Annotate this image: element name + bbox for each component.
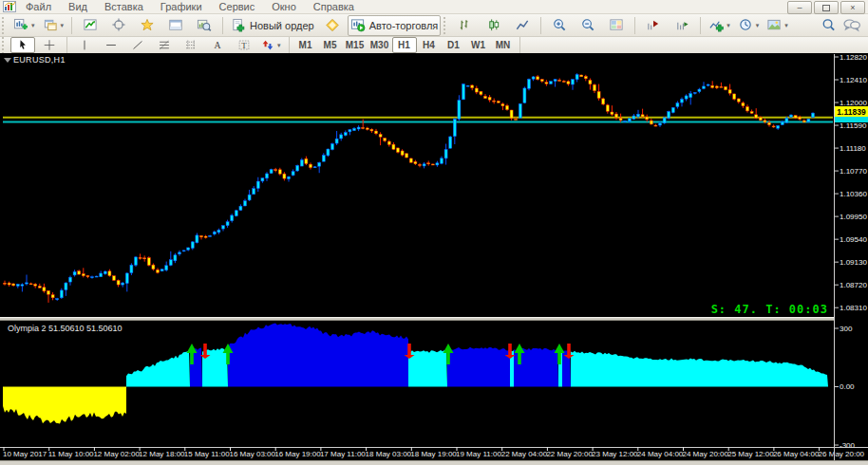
dropdown-arrow-icon[interactable]: ▾ [277, 42, 281, 49]
channel-tool-button[interactable] [179, 37, 203, 53]
time-axis-label: 19 May 11:00 [456, 450, 501, 458]
indicator-pane[interactable] [0, 321, 834, 447]
current-price-badge: 1.11839 [835, 106, 868, 117]
toolbar-grip [443, 17, 449, 34]
profiles-icon [43, 18, 58, 32]
timeframe-mn[interactable]: MN [491, 37, 516, 53]
autotrading-label[interactable]: Авто-торговля [369, 20, 439, 31]
price-axis-label: 1.09540 [840, 235, 867, 244]
menu-item-1[interactable]: Вид [60, 1, 96, 13]
timeframe-w1[interactable]: W1 [466, 37, 491, 53]
fibonacci-tool-button[interactable] [152, 37, 177, 53]
trendline-tool-button[interactable] [125, 37, 150, 53]
new-chart-icon [13, 18, 28, 32]
chart-window: 10 May 201711 May 10:0012 May 02:0012 Ma… [0, 53, 868, 465]
dropdown-arrow-icon[interactable]: ▾ [784, 22, 788, 29]
timeframe-m1[interactable]: M1 [293, 37, 318, 53]
channel-grid-icon [184, 39, 198, 51]
timeframe-m15[interactable]: M15 [343, 37, 368, 53]
chat-icon[interactable] [843, 18, 860, 32]
app-logo-icon [2, 1, 17, 12]
dropdown-arrow-icon[interactable]: ▾ [61, 22, 65, 29]
dropdown-arrow-icon[interactable]: ▾ [726, 22, 730, 29]
price-axis-label: 1.11180 [840, 144, 866, 153]
menu-item-4[interactable]: Сервис [211, 1, 264, 13]
data-window-icon [111, 18, 126, 32]
new-chart-button[interactable]: ▾ [10, 15, 38, 36]
line-chart-button[interactable] [509, 15, 536, 36]
new-order-label[interactable]: Новый ордер [250, 20, 314, 31]
crosshair-icon [43, 39, 56, 51]
indicators-button[interactable]: ▾ [706, 15, 733, 36]
time-axis-label: 10 May 2017 [3, 450, 47, 458]
zoom-out-button[interactable] [575, 15, 601, 36]
price-axis-label: 1.10770 [840, 167, 867, 176]
shift-chart-button[interactable] [640, 15, 667, 36]
time-axis[interactable]: 10 May 201711 May 10:0012 May 02:0012 Ma… [0, 447, 868, 460]
profiles-button[interactable]: ▾ [40, 15, 67, 36]
dropdown-arrow-icon[interactable]: ▾ [31, 22, 35, 29]
toolbar-line-studies: A T ▾ M1M5M15M30H1H4D1W1MN [0, 37, 868, 54]
market-watch-button[interactable] [77, 15, 104, 36]
price-axis-label: 1.08310 [840, 304, 867, 312]
data-window-button[interactable] [105, 15, 132, 36]
timeframe-h4[interactable]: H4 [417, 37, 442, 53]
price-axis-label: 1.09950 [840, 213, 867, 221]
terminal-button[interactable] [162, 15, 189, 36]
candlestick-chart-icon [486, 18, 501, 32]
toolbar-grip [2, 17, 8, 34]
periods-button[interactable]: ▾ [735, 15, 763, 36]
dropdown-arrow-icon[interactable]: ▾ [756, 22, 760, 29]
market-watch-icon [83, 18, 98, 32]
autotrading-button[interactable]: Авто-торговля [348, 15, 442, 36]
label-tool-button[interactable]: T [232, 37, 256, 53]
time-axis-label: 24 May 20:00 [683, 450, 728, 458]
search-icon[interactable] [821, 18, 836, 32]
restore-button[interactable] [814, 1, 839, 14]
cursor-tool-button[interactable] [10, 37, 35, 53]
trendline-icon [131, 39, 144, 51]
text-label-icon: T [237, 39, 251, 51]
time-axis-label: 11 May 10:00 [48, 450, 94, 458]
timeframe-d1[interactable]: D1 [442, 37, 466, 53]
time-axis-label: 26 May 20:00 [819, 450, 864, 458]
tile-windows-button[interactable] [603, 15, 630, 36]
one-click-trading-arrow[interactable] [4, 58, 11, 63]
menu-item-0[interactable]: Файл [17, 1, 60, 13]
navigator-button[interactable] [134, 15, 160, 36]
main-chart-pane[interactable] [0, 53, 834, 317]
templates-button[interactable]: ▾ [764, 15, 791, 36]
indicator-scale-label: 0.00 [840, 382, 855, 391]
navigator-star-icon [140, 18, 155, 32]
line-chart-icon [515, 18, 530, 32]
time-axis-label: 18 May 19:00 [410, 450, 456, 458]
time-axis-label: 12 May 18:00 [139, 450, 184, 458]
horizontal-line-tool-button[interactable] [99, 37, 123, 53]
menu-item-2[interactable]: Вставка [96, 1, 152, 13]
indicator-scale-label: -300 [840, 441, 855, 450]
tile-windows-icon [609, 18, 624, 32]
timeframe-m5[interactable]: M5 [318, 37, 343, 53]
candlestick-chart-button[interactable] [481, 15, 507, 36]
menu-item-3[interactable]: Графики [152, 1, 211, 13]
metaeditor-button[interactable] [319, 15, 346, 36]
text-tool-button[interactable]: A [205, 37, 230, 53]
new-order-icon [231, 18, 246, 32]
crosshair-tool-button[interactable] [37, 37, 62, 53]
bar-chart-button[interactable] [452, 15, 479, 36]
menu-item-6[interactable]: Справка [305, 1, 363, 13]
close-button[interactable]: × [840, 1, 865, 14]
auto-scroll-button[interactable] [669, 15, 695, 36]
timeframe-h1[interactable]: H1 [392, 37, 417, 53]
strategy-tester-button[interactable] [191, 15, 217, 36]
zoom-out-icon [580, 18, 595, 32]
text-a-icon: A [211, 39, 224, 51]
new-order-button[interactable]: Новый ордер [228, 15, 317, 36]
arrows-tool-button[interactable]: ▾ [258, 37, 284, 53]
vertical-line-tool-button[interactable] [72, 37, 97, 53]
minimize-button[interactable]: – [787, 1, 812, 14]
menu-item-5[interactable]: Окно [263, 1, 305, 13]
time-axis-label: 22 May 04:00 [501, 450, 547, 458]
timeframe-m30[interactable]: M30 [368, 37, 392, 53]
zoom-in-button[interactable] [546, 15, 573, 36]
